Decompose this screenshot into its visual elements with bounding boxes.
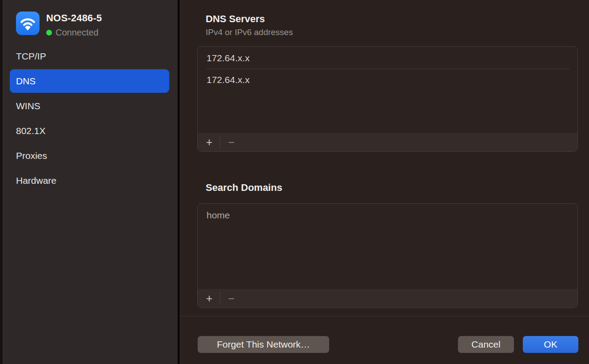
sidebar-item-hardware[interactable]: Hardware bbox=[10, 169, 169, 192]
search-domains-title: Search Domains bbox=[206, 182, 282, 194]
sidebar: NOS-2486-5 Connected TCP/IP DNS WINS 802… bbox=[0, 0, 179, 364]
dns-servers-title: DNS Servers bbox=[206, 13, 265, 25]
search-domains-entries: home bbox=[198, 204, 577, 289]
dns-servers-toolbar: + − bbox=[198, 133, 577, 151]
network-meta: NOS-2486-5 Connected bbox=[46, 12, 102, 38]
network-name: NOS-2486-5 bbox=[46, 12, 102, 24]
search-domain-entry[interactable]: home bbox=[198, 205, 577, 226]
action-bar-divider bbox=[179, 316, 589, 317]
add-dns-server-button[interactable]: + bbox=[201, 135, 217, 150]
remove-dns-server-button[interactable]: − bbox=[223, 135, 240, 150]
sidebar-item-tcpip[interactable]: TCP/IP bbox=[10, 44, 169, 68]
toolbar-divider bbox=[220, 136, 220, 148]
network-status: Connected bbox=[46, 28, 102, 38]
dns-servers-entries: 172.64.x.x 172.64.x.x bbox=[198, 47, 577, 133]
connected-status-dot bbox=[46, 30, 52, 36]
content-pane: DNS Servers IPv4 or IPv6 addresses 172.6… bbox=[179, 0, 589, 364]
sidebar-item-8021x[interactable]: 802.1X bbox=[10, 119, 169, 142]
dns-server-entry[interactable]: 172.64.x.x bbox=[198, 47, 577, 69]
search-domains-toolbar: + − bbox=[198, 289, 577, 308]
cancel-button[interactable]: Cancel bbox=[458, 336, 514, 353]
network-details-window: NOS-2486-5 Connected TCP/IP DNS WINS 802… bbox=[0, 0, 589, 364]
sidebar-item-proxies[interactable]: Proxies bbox=[10, 144, 169, 167]
connection-status-label: Connected bbox=[56, 28, 99, 38]
settings-nav: TCP/IP DNS WINS 802.1X Proxies Hardware bbox=[0, 44, 178, 194]
add-search-domain-button[interactable]: + bbox=[201, 291, 217, 306]
sidebar-item-wins[interactable]: WINS bbox=[10, 94, 169, 118]
network-header: NOS-2486-5 Connected bbox=[16, 12, 102, 38]
forget-network-button[interactable]: Forget This Network… bbox=[198, 336, 329, 353]
search-domains-list: home + − bbox=[197, 203, 578, 308]
ok-button[interactable]: OK bbox=[523, 336, 578, 353]
dns-server-entry[interactable]: 172.64.x.x bbox=[198, 69, 577, 91]
dns-servers-list: 172.64.x.x 172.64.x.x + − bbox=[197, 46, 578, 152]
remove-search-domain-button[interactable]: − bbox=[223, 291, 240, 306]
dns-servers-subtitle: IPv4 or IPv6 addresses bbox=[206, 28, 293, 37]
toolbar-divider bbox=[220, 292, 220, 305]
sidebar-item-dns[interactable]: DNS bbox=[10, 69, 169, 93]
wifi-icon bbox=[16, 12, 40, 35]
